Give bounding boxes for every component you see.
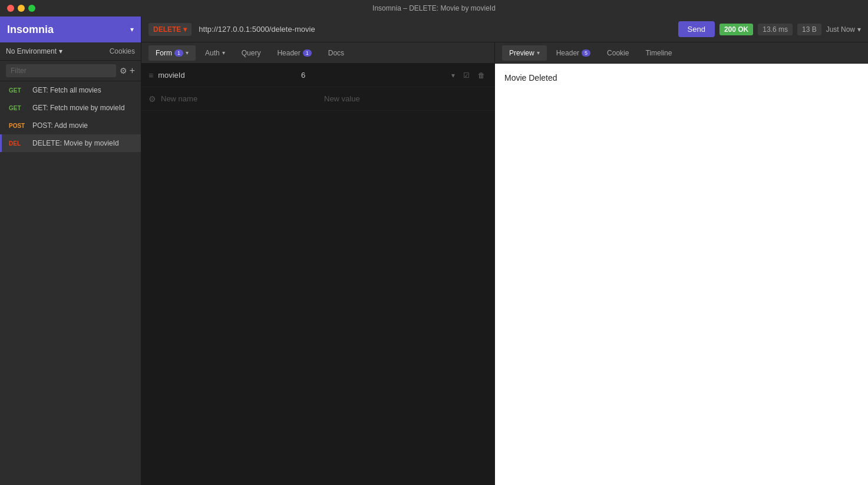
response-size: 13 B — [797, 24, 821, 35]
tab-form[interactable]: Form 1 ▾ — [148, 45, 196, 61]
tab-auth-label: Auth — [205, 49, 220, 57]
toolbar: DELETE ▾ Send 200 OK 13.6 ms 13 B Just N… — [141, 17, 868, 42]
tab-form-chevron-icon: ▾ — [186, 50, 189, 56]
tab-preview[interactable]: Preview ▾ — [502, 45, 547, 61]
tab-auth-chevron-icon: ▾ — [222, 50, 225, 56]
sidebar: Insomnia ▾ No Environment ▾ Cookies ⚙ + … — [0, 17, 141, 485]
tab-timeline-label: Timeline — [645, 49, 672, 57]
tab-preview-label: Preview — [509, 49, 534, 57]
settings-icon: ⚙ — [148, 94, 156, 104]
titlebar: Insomnia – DELETE: Movie by movieId — [0, 0, 868, 17]
response-body: Movie Deleted — [504, 73, 557, 83]
environment-bar: No Environment ▾ Cookies — [0, 42, 141, 61]
form-field-name[interactable]: movieId — [158, 71, 301, 80]
tab-docs[interactable]: Docs — [321, 45, 351, 61]
cookies-button[interactable]: Cookies — [110, 47, 135, 55]
method-chevron-icon: ▾ — [183, 25, 187, 34]
url-input[interactable] — [196, 22, 673, 36]
gear-icon[interactable]: ⚙ — [120, 66, 127, 75]
request-panel: Form 1 ▾ Auth ▾ Query Header 1 — [141, 42, 495, 485]
check-icon[interactable]: ☑ — [461, 70, 472, 81]
window-title: Insomnia – DELETE: Movie by movieId — [372, 4, 496, 12]
tab-form-label: Form — [156, 49, 172, 57]
timestamp-label: Just Now — [826, 25, 855, 34]
tab-query-label: Query — [242, 49, 261, 57]
tab-header-label: Header — [277, 49, 300, 57]
drag-handle-icon: ≡ — [148, 71, 153, 80]
tab-response-header[interactable]: Header 5 — [549, 45, 598, 61]
request-tabs-bar: Form 1 ▾ Auth ▾ Query Header 1 — [141, 42, 494, 64]
close-button[interactable] — [7, 5, 14, 12]
response-time: 13.6 ms — [758, 24, 793, 35]
tab-response-header-badge: 5 — [582, 50, 590, 57]
sidebar-item-label: POST: Add movie — [32, 121, 88, 130]
dropdown-icon[interactable]: ▾ — [449, 70, 457, 81]
filter-input[interactable] — [6, 64, 116, 77]
sidebar-item-get-all[interactable]: GET GET: Fetch all movies — [0, 81, 141, 99]
minimize-button[interactable] — [18, 5, 25, 12]
send-button[interactable]: Send — [678, 21, 715, 37]
sidebar-item-label: GET: Fetch movie by movieId — [32, 104, 125, 112]
tab-cookie-label: Cookie — [607, 49, 629, 57]
sidebar-item-delete-by-id[interactable]: DEL DELETE: Movie by movieId — [0, 134, 141, 152]
tab-auth[interactable]: Auth ▾ — [198, 45, 232, 61]
response-content: Movie Deleted — [495, 64, 868, 485]
tab-response-header-label: Header — [556, 49, 579, 57]
tab-timeline[interactable]: Timeline — [638, 45, 679, 61]
form-field-value[interactable]: 6 — [301, 71, 444, 80]
form-row: ≡ movieId 6 ▾ ☑ 🗑 — [141, 64, 494, 87]
method-badge-get: GET — [9, 87, 28, 94]
sidebar-item-label: GET: Fetch all movies — [32, 86, 101, 94]
sidebar-actions: ⚙ + — [120, 65, 135, 76]
timestamp-chevron-icon: ▾ — [857, 25, 861, 34]
window-controls — [7, 5, 35, 12]
delete-icon[interactable]: 🗑 — [476, 70, 487, 81]
filter-bar: ⚙ + — [0, 61, 141, 81]
tab-docs-label: Docs — [328, 49, 344, 57]
environment-selector[interactable]: No Environment ▾ — [6, 47, 62, 55]
method-badge-del: DEL — [9, 140, 28, 147]
status-badge: 200 OK — [720, 24, 753, 35]
environment-chevron: ▾ — [59, 47, 62, 55]
environment-label: No Environment — [6, 47, 57, 55]
form-new-row: ⚙ New name New value — [141, 87, 494, 111]
form-row-actions: ▾ ☑ 🗑 — [449, 70, 487, 81]
tab-form-badge: 1 — [174, 50, 183, 57]
tab-cookie[interactable]: Cookie — [600, 45, 636, 61]
add-icon[interactable]: + — [130, 65, 135, 76]
tab-query[interactable]: Query — [235, 45, 268, 61]
sidebar-item-post-add[interactable]: POST POST: Add movie — [0, 117, 141, 134]
content-area: Form 1 ▾ Auth ▾ Query Header 1 — [141, 42, 868, 485]
main-panel: DELETE ▾ Send 200 OK 13.6 ms 13 B Just N… — [141, 17, 868, 485]
form-area: ≡ movieId 6 ▾ ☑ 🗑 ⚙ New name New value — [141, 64, 494, 485]
method-select[interactable]: DELETE ▾ — [148, 23, 192, 36]
response-tabs-bar: Preview ▾ Header 5 Cookie Timeline — [495, 42, 868, 64]
tab-header[interactable]: Header 1 — [270, 45, 318, 61]
sidebar-item-get-by-id[interactable]: GET GET: Fetch movie by movieId — [0, 99, 141, 117]
form-new-value[interactable]: New value — [324, 94, 487, 103]
timestamp: Just Now ▾ — [826, 25, 861, 34]
sidebar-collapse-icon[interactable]: ▾ — [130, 25, 134, 34]
app-logo: Insomnia — [7, 24, 54, 36]
response-panel: Preview ▾ Header 5 Cookie Timeline — [495, 42, 868, 485]
sidebar-header: Insomnia ▾ — [0, 17, 141, 42]
sidebar-list: GET GET: Fetch all movies GET GET: Fetch… — [0, 81, 141, 485]
method-badge-get: GET — [9, 105, 28, 111]
method-badge-post: POST — [9, 123, 28, 129]
tab-header-badge: 1 — [303, 50, 312, 57]
method-label: DELETE — [153, 25, 181, 34]
form-new-name[interactable]: New name — [161, 94, 324, 103]
tab-preview-chevron-icon: ▾ — [537, 50, 540, 56]
maximize-button[interactable] — [28, 5, 35, 12]
sidebar-item-label: DELETE: Movie by movieId — [32, 139, 119, 147]
